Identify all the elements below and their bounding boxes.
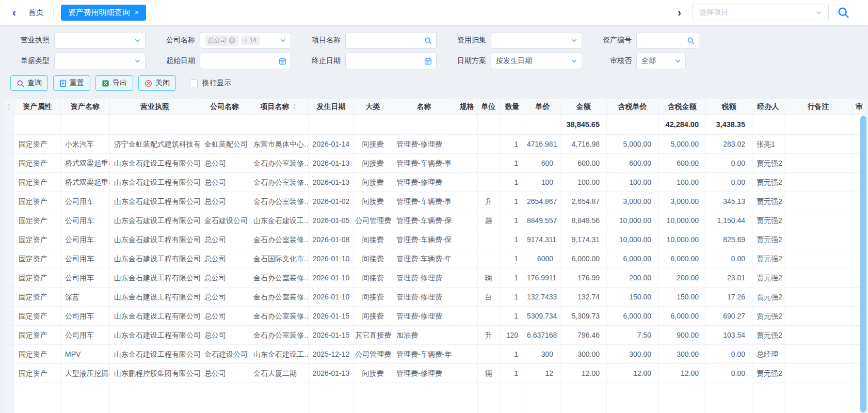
toolbar-button-导出[interactable]: 导出	[95, 75, 133, 91]
search-icon[interactable]	[687, 33, 695, 48]
column-header-label: 资产属性	[23, 102, 52, 112]
filter-input-终止日期[interactable]	[345, 53, 437, 69]
filter-select-公司名称[interactable]: 总公司×+ 14	[200, 32, 291, 49]
filter-label: 单据类型	[10, 56, 50, 66]
cell-name	[392, 115, 456, 134]
filter-select-日期方案[interactable]: 按发生日期	[491, 53, 582, 69]
column-header-company[interactable]: 公司名称	[200, 99, 249, 115]
table-row[interactable]: 固定资产公司用车山东金石建设工程有限公司总公司金石办公室装修…2026-01-0…	[4, 192, 867, 211]
tab-home[interactable]: 首页	[28, 8, 44, 18]
cell-spec	[456, 230, 478, 249]
table-row[interactable]: 固定资产公司用车山东金石建设工程有限公司总公司金石办公室装修…2026-01-0…	[4, 230, 867, 249]
table-row[interactable]: 固定资产深蓝山东金石建设工程有限公司总公司金石办公室装修…2026-01-10间…	[4, 288, 867, 307]
cell-qty	[500, 115, 525, 134]
column-header-handler[interactable]: 经办人	[752, 99, 784, 115]
column-header-asset_name[interactable]: 资产名称	[61, 99, 110, 115]
chevron-down-icon[interactable]	[134, 33, 141, 48]
cell-category	[354, 115, 392, 134]
vertical-scrollbar[interactable]	[860, 115, 867, 413]
table-row[interactable]: 固定资产公司用车山东金石建设工程有限公司总公司金石办公室装修…2026-01-1…	[4, 326, 867, 345]
cell-tax_amount: 150.00	[658, 288, 706, 306]
cell-tax: 0.00	[706, 249, 752, 268]
calendar-icon[interactable]	[279, 53, 286, 69]
cell-tax: 0.00	[706, 173, 752, 192]
wrap-display-checkbox[interactable]	[190, 80, 198, 87]
column-header-price[interactable]: 单价	[525, 99, 560, 115]
cell-tax_price: 5,000.00	[607, 135, 658, 153]
column-header-amount[interactable]: 金额	[560, 99, 607, 115]
cell-handler: 贾元强2	[752, 249, 784, 268]
search-icon[interactable]	[424, 33, 432, 48]
calendar-icon[interactable]	[424, 53, 432, 69]
filter-select-资用归集[interactable]	[491, 32, 582, 49]
chevron-down-icon[interactable]	[674, 53, 681, 69]
column-header-unit[interactable]: 单位	[478, 99, 500, 115]
tab-asset-expense-query[interactable]: 资产费用明细查询 ×	[61, 5, 146, 21]
column-header-tax[interactable]: 税额	[706, 99, 752, 115]
filter-input-起始日期[interactable]	[200, 53, 291, 69]
cell-category: 间接费	[354, 135, 392, 153]
column-header-row_note[interactable]: 行备注	[784, 99, 853, 115]
search-icon[interactable]	[837, 6, 849, 19]
chevron-down-icon[interactable]	[815, 4, 822, 21]
cell-qty: 1	[500, 192, 525, 211]
column-header-name[interactable]: 名称	[392, 99, 456, 115]
column-header-qty[interactable]: 数量	[500, 99, 525, 115]
cell-unit	[478, 345, 500, 363]
table-row[interactable]: 固定资产小米汽车济宁金虹装配式建筑科技有限公司金虹装配公司东营市奥体中心…202…	[4, 135, 867, 154]
column-header-label: 公司名称	[210, 102, 239, 112]
summary-row[interactable]: 38,845.6542,284.003,438.35	[4, 115, 867, 135]
table-row[interactable]: 固定资产公司用车山东金石建设工程有限公司总公司金石办公室装修…2026-01-1…	[4, 307, 867, 326]
cell-asset_attr: 固定资产	[14, 288, 61, 306]
cell-project: 山东金石建设工…	[249, 211, 309, 230]
tab-close-icon[interactable]: ×	[135, 9, 139, 16]
table-row[interactable]: 固定资产桥式双梁起重机山东金石建设工程有限公司总公司金石办公室装修…2026-0…	[4, 173, 867, 192]
cell-category: 间接费	[354, 268, 392, 287]
cell-project: 金石大厦二期	[249, 364, 309, 383]
column-header-tax_amount[interactable]: 含税金额	[658, 99, 706, 115]
filter-select-审核否[interactable]: 全部	[636, 53, 686, 69]
cell-date: 2026-01-10	[309, 288, 354, 306]
column-header-project[interactable]: 项目名称	[249, 99, 309, 115]
cell-row_note	[784, 249, 853, 268]
cell-tax_amount: 10,000.00	[658, 211, 706, 230]
column-header-asset_attr[interactable]: 资产属性	[14, 99, 61, 115]
cell-handler: 贾元强2	[752, 288, 784, 306]
column-header-spec[interactable]: 规格	[456, 99, 478, 115]
toolbar-button-重置[interactable]: 重置	[53, 75, 90, 91]
table-row[interactable]: 固定资产MPV山东金石建设工程有限公司金石建设公司山东金石建设工…2025-12…	[4, 345, 867, 364]
cell-tax: 283.02	[706, 135, 752, 153]
cell-unit: 辆	[478, 268, 500, 287]
table-row[interactable]: 固定资产桥式双梁起重机山东金石建设工程有限公司总公司金石办公室装修…2026-0…	[4, 154, 867, 173]
chevron-down-icon[interactable]	[134, 53, 141, 69]
filter-input-资产编号[interactable]	[636, 32, 699, 49]
filter-label: 起始日期	[156, 56, 195, 66]
toolbar-button-关闭[interactable]: 关闭	[138, 75, 176, 91]
tag-close-icon[interactable]: ×	[229, 37, 235, 44]
table-row[interactable]: 固定资产公司用车山东金石建设工程有限公司金石建设公司山东金石建设工…2026-0…	[4, 211, 867, 230]
table-row[interactable]: 固定资产公司用车山东金石建设工程有限公司总公司金石国际文化市…2026-01-1…	[4, 249, 867, 268]
column-header-category[interactable]: 大类	[354, 99, 392, 115]
chevron-down-icon[interactable]	[571, 33, 577, 48]
filter-select-营业执照[interactable]	[54, 32, 146, 49]
tabs-scroll-right-icon[interactable]: ›	[678, 7, 681, 18]
filter-select-单据类型[interactable]	[54, 53, 146, 69]
cell-category	[354, 383, 392, 413]
table-row[interactable]: 固定资产公司用车山东金石建设工程有限公司总公司金石办公室装修…2026-01-1…	[4, 268, 867, 288]
column-header-date[interactable]: 发生日期	[309, 99, 354, 115]
project-select[interactable]: 选择项目	[693, 4, 829, 21]
scrollbar-thumb[interactable]	[860, 116, 866, 412]
filter-input-项目名称[interactable]	[345, 32, 437, 49]
table-row[interactable]: 固定资产大型液压挖掘机山东鹏程控股集团有限公司总公司金石大厦二期2026-01-…	[4, 364, 867, 383]
column-header-tax_price[interactable]: 含税单价	[607, 99, 658, 115]
toolbar-button-查询[interactable]: 查询	[10, 75, 48, 91]
column-header-license[interactable]: 营业执照	[110, 99, 200, 115]
column-header-audit[interactable]: 审	[853, 99, 866, 115]
cell-price: 600	[525, 154, 560, 172]
cell-handler: 贾元强2	[752, 230, 784, 249]
sort-icon[interactable]	[290, 103, 297, 110]
cell-price: 4716.981	[525, 135, 560, 153]
chevron-down-icon[interactable]	[280, 33, 286, 48]
chevron-down-icon[interactable]	[571, 53, 577, 69]
tabs-scroll-left-icon[interactable]: ‹	[12, 7, 16, 18]
